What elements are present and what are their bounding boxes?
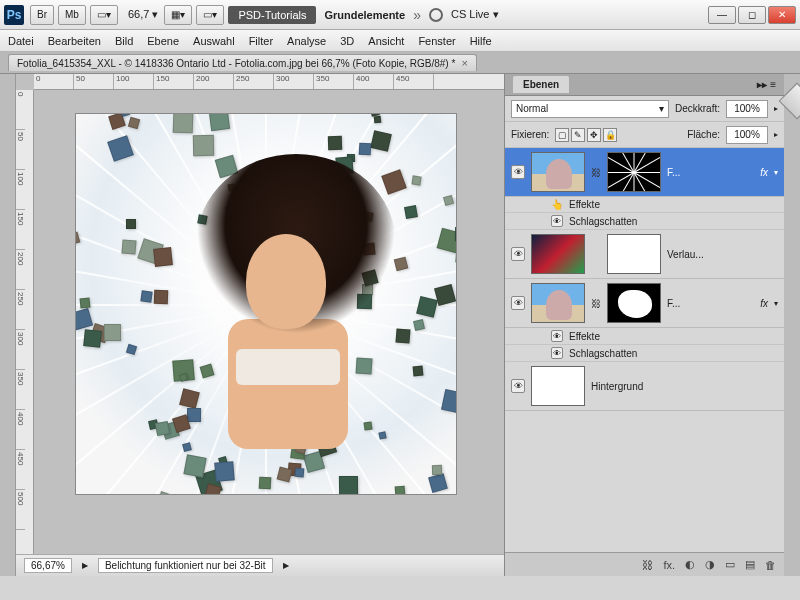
ruler-vertical[interactable]: 050100150200250300350400450500 [16, 90, 34, 576]
layer-2-effects[interactable]: 👁Effekte [505, 328, 784, 345]
layer-2-effect-shadow[interactable]: 👁Schlagschatten [505, 345, 784, 362]
visibility-icon[interactable]: 👁 [511, 296, 525, 310]
menu-3d[interactable]: 3D [340, 35, 354, 47]
layer-0-effect-shadow[interactable]: 👁Schlagschatten [505, 213, 784, 230]
photoshop-icon: Ps [4, 5, 24, 25]
menu-bearbeiten[interactable]: Bearbeiten [48, 35, 101, 47]
fx-icon[interactable]: fx. [663, 559, 675, 571]
layer-row-3[interactable]: 👁 Hintergrund [505, 362, 784, 411]
visibility-icon[interactable]: 👁 [511, 379, 525, 393]
fill-label: Fläche: [687, 129, 720, 140]
layer-thumb[interactable] [531, 283, 585, 323]
status-arrow-icon[interactable]: ▶ [82, 561, 88, 570]
menu-auswahl[interactable]: Auswahl [193, 35, 235, 47]
layer-name[interactable]: F... [667, 167, 754, 178]
menu-datei[interactable]: Datei [8, 35, 34, 47]
lock-buttons[interactable]: ▢✎✥🔒 [555, 128, 619, 142]
menu-bild[interactable]: Bild [115, 35, 133, 47]
title-bar: Ps Br Mb ▭▾ 66,7 ▾ ▦▾ ▭▾ PSD-Tutorials G… [0, 0, 800, 30]
layer-row-2[interactable]: 👁 ⛓ F... fx▾ [505, 279, 784, 328]
status-message: Belichtung funktioniert nur bei 32-Bit [98, 558, 273, 573]
adjustment-icon[interactable]: ◑ [705, 558, 715, 571]
mask-thumb[interactable] [607, 152, 661, 192]
layers-panel-tab[interactable]: Ebenen ▸▸ ≡ [505, 74, 784, 96]
opacity-label: Deckkraft: [675, 103, 720, 114]
visibility-icon[interactable]: 👁 [511, 165, 525, 179]
layer-thumb[interactable] [531, 234, 585, 274]
status-zoom[interactable]: 66,67% [24, 558, 72, 573]
document-tab[interactable]: Fotolia_6415354_XXL - © 1418336 Ontario … [8, 54, 477, 71]
fill-input[interactable]: 100% [726, 126, 768, 144]
layer-0-effects[interactable]: 👆 Effekte [505, 197, 784, 213]
mask-icon[interactable]: ◐ [685, 558, 695, 571]
panel-menu-icon[interactable]: ▸▸ ≡ [757, 79, 776, 90]
canvas-area: 050100150200250300350400450 050100150200… [16, 74, 504, 576]
close-button[interactable]: ✕ [768, 6, 796, 24]
workspace-more-icon[interactable]: » [413, 7, 421, 23]
new-layer-icon[interactable]: ▤ [745, 558, 755, 571]
fx-badge[interactable]: fx [760, 167, 768, 178]
layer-thumb[interactable] [531, 366, 585, 406]
menu-ebene[interactable]: Ebene [147, 35, 179, 47]
layer-row-0[interactable]: 👁 ⛓ F... fx▾ [505, 148, 784, 197]
menu-filter[interactable]: Filter [249, 35, 273, 47]
bridge-button[interactable]: Br [30, 5, 54, 25]
close-tab-icon[interactable]: × [461, 57, 467, 69]
layer-name[interactable]: Verlau... [667, 249, 778, 260]
layer-name[interactable]: F... [667, 298, 754, 309]
layer-row-1[interactable]: 👁 Verlau... [505, 230, 784, 279]
menu-bar: Datei Bearbeiten Bild Ebene Auswahl Filt… [0, 30, 800, 52]
left-gutter [0, 74, 16, 576]
right-dock [784, 74, 800, 576]
group-icon[interactable]: ▭ [725, 558, 735, 571]
trash-icon[interactable]: 🗑 [765, 559, 776, 571]
workspace-tag[interactable]: PSD-Tutorials [228, 6, 316, 24]
lock-label: Fixieren: [511, 129, 549, 140]
cslive-button[interactable]: CS Live ▾ [451, 8, 499, 21]
opacity-input[interactable]: 100% [726, 100, 768, 118]
cslive-icon [429, 8, 443, 22]
zoom-value[interactable]: 66,7 ▾ [128, 8, 158, 21]
mask-thumb[interactable] [607, 234, 661, 274]
fx-badge[interactable]: fx [760, 298, 768, 309]
layer-name[interactable]: Hintergrund [591, 381, 778, 392]
menu-fenster[interactable]: Fenster [418, 35, 455, 47]
menu-analyse[interactable]: Analyse [287, 35, 326, 47]
menu-hilfe[interactable]: Hilfe [470, 35, 492, 47]
maximize-button[interactable]: ◻ [738, 6, 766, 24]
view-extras-button[interactable]: ▦▾ [164, 5, 192, 25]
layers-panel: Ebenen ▸▸ ≡ Normal▾ Deckkraft: 100% ▸ Fi… [504, 74, 784, 576]
layer-list: 👁 ⛓ F... fx▾ 👆 Effekte 👁Schlagschatten 👁… [505, 148, 784, 552]
mask-thumb[interactable] [607, 283, 661, 323]
minibridge-button[interactable]: Mb [58, 5, 86, 25]
minimize-button[interactable]: — [708, 6, 736, 24]
link-layers-icon[interactable]: ⛓ [642, 559, 653, 571]
document-tab-title: Fotolia_6415354_XXL - © 1418336 Ontario … [17, 58, 455, 69]
link-icon[interactable]: ⛓ [591, 298, 601, 309]
layer-thumb[interactable] [531, 152, 585, 192]
visibility-icon[interactable]: 👁 [511, 247, 525, 261]
layers-panel-footer: ⛓ fx. ◐ ◑ ▭ ▤ 🗑 [505, 552, 784, 576]
blend-mode-select[interactable]: Normal▾ [511, 100, 669, 118]
status-bar: 66,67% ▶ Belichtung funktioniert nur bei… [16, 554, 504, 576]
screen-mode-button[interactable]: ▭▾ [90, 5, 118, 25]
menu-ansicht[interactable]: Ansicht [368, 35, 404, 47]
document-tab-row: Fotolia_6415354_XXL - © 1418336 Ontario … [0, 52, 800, 74]
link-icon[interactable]: ⛓ [591, 167, 601, 178]
workspace-subtitle[interactable]: Grundelemente [324, 9, 405, 21]
ruler-horizontal[interactable]: 050100150200250300350400450 [34, 74, 504, 90]
document-canvas[interactable] [76, 114, 456, 494]
arrange-button[interactable]: ▭▾ [196, 5, 224, 25]
status-arrow2-icon[interactable]: ▶ [283, 561, 289, 570]
